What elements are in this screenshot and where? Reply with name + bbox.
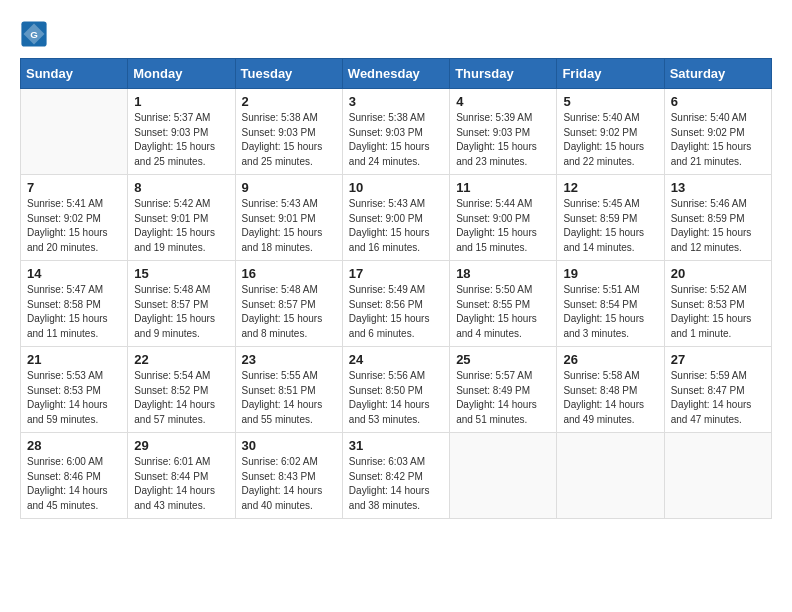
sun-info: Sunrise: 5:50 AMSunset: 8:55 PMDaylight:…	[456, 283, 550, 341]
sun-info: Sunrise: 5:48 AMSunset: 8:57 PMDaylight:…	[134, 283, 228, 341]
logo-icon: G	[20, 20, 48, 48]
sun-info: Sunrise: 5:58 AMSunset: 8:48 PMDaylight:…	[563, 369, 657, 427]
sun-info: Sunrise: 6:03 AMSunset: 8:42 PMDaylight:…	[349, 455, 443, 513]
sun-info: Sunrise: 5:59 AMSunset: 8:47 PMDaylight:…	[671, 369, 765, 427]
calendar-cell: 30Sunrise: 6:02 AMSunset: 8:43 PMDayligh…	[235, 433, 342, 519]
sun-info: Sunrise: 5:48 AMSunset: 8:57 PMDaylight:…	[242, 283, 336, 341]
day-number: 15	[134, 266, 228, 281]
day-number: 25	[456, 352, 550, 367]
weekday-header-friday: Friday	[557, 59, 664, 89]
day-number: 30	[242, 438, 336, 453]
day-number: 26	[563, 352, 657, 367]
day-number: 20	[671, 266, 765, 281]
sun-info: Sunrise: 5:47 AMSunset: 8:58 PMDaylight:…	[27, 283, 121, 341]
calendar-cell: 26Sunrise: 5:58 AMSunset: 8:48 PMDayligh…	[557, 347, 664, 433]
calendar-cell	[450, 433, 557, 519]
sun-info: Sunrise: 5:55 AMSunset: 8:51 PMDaylight:…	[242, 369, 336, 427]
sun-info: Sunrise: 5:51 AMSunset: 8:54 PMDaylight:…	[563, 283, 657, 341]
day-number: 18	[456, 266, 550, 281]
calendar-cell: 27Sunrise: 5:59 AMSunset: 8:47 PMDayligh…	[664, 347, 771, 433]
day-number: 13	[671, 180, 765, 195]
weekday-header-monday: Monday	[128, 59, 235, 89]
day-number: 6	[671, 94, 765, 109]
sun-info: Sunrise: 5:41 AMSunset: 9:02 PMDaylight:…	[27, 197, 121, 255]
svg-text:G: G	[30, 29, 38, 40]
day-number: 8	[134, 180, 228, 195]
sun-info: Sunrise: 5:56 AMSunset: 8:50 PMDaylight:…	[349, 369, 443, 427]
sun-info: Sunrise: 5:38 AMSunset: 9:03 PMDaylight:…	[349, 111, 443, 169]
sun-info: Sunrise: 6:01 AMSunset: 8:44 PMDaylight:…	[134, 455, 228, 513]
sun-info: Sunrise: 5:39 AMSunset: 9:03 PMDaylight:…	[456, 111, 550, 169]
calendar-cell: 31Sunrise: 6:03 AMSunset: 8:42 PMDayligh…	[342, 433, 449, 519]
calendar-cell: 11Sunrise: 5:44 AMSunset: 9:00 PMDayligh…	[450, 175, 557, 261]
sun-info: Sunrise: 5:40 AMSunset: 9:02 PMDaylight:…	[563, 111, 657, 169]
sun-info: Sunrise: 5:52 AMSunset: 8:53 PMDaylight:…	[671, 283, 765, 341]
day-number: 1	[134, 94, 228, 109]
calendar-cell: 25Sunrise: 5:57 AMSunset: 8:49 PMDayligh…	[450, 347, 557, 433]
calendar-table: SundayMondayTuesdayWednesdayThursdayFrid…	[20, 58, 772, 519]
weekday-header-sunday: Sunday	[21, 59, 128, 89]
page-header: G	[20, 20, 772, 48]
sun-info: Sunrise: 5:42 AMSunset: 9:01 PMDaylight:…	[134, 197, 228, 255]
day-number: 3	[349, 94, 443, 109]
calendar-cell: 6Sunrise: 5:40 AMSunset: 9:02 PMDaylight…	[664, 89, 771, 175]
sun-info: Sunrise: 5:43 AMSunset: 9:01 PMDaylight:…	[242, 197, 336, 255]
day-number: 12	[563, 180, 657, 195]
sun-info: Sunrise: 5:45 AMSunset: 8:59 PMDaylight:…	[563, 197, 657, 255]
day-number: 14	[27, 266, 121, 281]
calendar-cell: 13Sunrise: 5:46 AMSunset: 8:59 PMDayligh…	[664, 175, 771, 261]
day-number: 31	[349, 438, 443, 453]
calendar-cell: 4Sunrise: 5:39 AMSunset: 9:03 PMDaylight…	[450, 89, 557, 175]
calendar-cell: 28Sunrise: 6:00 AMSunset: 8:46 PMDayligh…	[21, 433, 128, 519]
day-number: 2	[242, 94, 336, 109]
calendar-cell: 3Sunrise: 5:38 AMSunset: 9:03 PMDaylight…	[342, 89, 449, 175]
day-number: 21	[27, 352, 121, 367]
sun-info: Sunrise: 5:46 AMSunset: 8:59 PMDaylight:…	[671, 197, 765, 255]
day-number: 22	[134, 352, 228, 367]
sun-info: Sunrise: 5:38 AMSunset: 9:03 PMDaylight:…	[242, 111, 336, 169]
calendar-cell: 15Sunrise: 5:48 AMSunset: 8:57 PMDayligh…	[128, 261, 235, 347]
calendar-cell: 9Sunrise: 5:43 AMSunset: 9:01 PMDaylight…	[235, 175, 342, 261]
calendar-cell: 1Sunrise: 5:37 AMSunset: 9:03 PMDaylight…	[128, 89, 235, 175]
weekday-header-saturday: Saturday	[664, 59, 771, 89]
weekday-header-thursday: Thursday	[450, 59, 557, 89]
day-number: 24	[349, 352, 443, 367]
calendar-cell: 19Sunrise: 5:51 AMSunset: 8:54 PMDayligh…	[557, 261, 664, 347]
sun-info: Sunrise: 5:54 AMSunset: 8:52 PMDaylight:…	[134, 369, 228, 427]
day-number: 4	[456, 94, 550, 109]
calendar-cell: 16Sunrise: 5:48 AMSunset: 8:57 PMDayligh…	[235, 261, 342, 347]
calendar-cell: 18Sunrise: 5:50 AMSunset: 8:55 PMDayligh…	[450, 261, 557, 347]
day-number: 23	[242, 352, 336, 367]
day-number: 16	[242, 266, 336, 281]
calendar-cell: 8Sunrise: 5:42 AMSunset: 9:01 PMDaylight…	[128, 175, 235, 261]
calendar-cell: 7Sunrise: 5:41 AMSunset: 9:02 PMDaylight…	[21, 175, 128, 261]
calendar-cell	[557, 433, 664, 519]
calendar-cell	[664, 433, 771, 519]
calendar-cell: 21Sunrise: 5:53 AMSunset: 8:53 PMDayligh…	[21, 347, 128, 433]
day-number: 19	[563, 266, 657, 281]
calendar-cell: 5Sunrise: 5:40 AMSunset: 9:02 PMDaylight…	[557, 89, 664, 175]
calendar-cell: 12Sunrise: 5:45 AMSunset: 8:59 PMDayligh…	[557, 175, 664, 261]
day-number: 29	[134, 438, 228, 453]
day-number: 17	[349, 266, 443, 281]
calendar-cell	[21, 89, 128, 175]
weekday-header-wednesday: Wednesday	[342, 59, 449, 89]
sun-info: Sunrise: 5:44 AMSunset: 9:00 PMDaylight:…	[456, 197, 550, 255]
calendar-cell: 10Sunrise: 5:43 AMSunset: 9:00 PMDayligh…	[342, 175, 449, 261]
calendar-cell: 17Sunrise: 5:49 AMSunset: 8:56 PMDayligh…	[342, 261, 449, 347]
calendar-cell: 24Sunrise: 5:56 AMSunset: 8:50 PMDayligh…	[342, 347, 449, 433]
sun-info: Sunrise: 5:53 AMSunset: 8:53 PMDaylight:…	[27, 369, 121, 427]
calendar-cell: 22Sunrise: 5:54 AMSunset: 8:52 PMDayligh…	[128, 347, 235, 433]
sun-info: Sunrise: 5:43 AMSunset: 9:00 PMDaylight:…	[349, 197, 443, 255]
day-number: 11	[456, 180, 550, 195]
sun-info: Sunrise: 5:37 AMSunset: 9:03 PMDaylight:…	[134, 111, 228, 169]
calendar-cell: 23Sunrise: 5:55 AMSunset: 8:51 PMDayligh…	[235, 347, 342, 433]
sun-info: Sunrise: 6:00 AMSunset: 8:46 PMDaylight:…	[27, 455, 121, 513]
calendar-cell: 20Sunrise: 5:52 AMSunset: 8:53 PMDayligh…	[664, 261, 771, 347]
weekday-header-tuesday: Tuesday	[235, 59, 342, 89]
calendar-cell: 2Sunrise: 5:38 AMSunset: 9:03 PMDaylight…	[235, 89, 342, 175]
day-number: 28	[27, 438, 121, 453]
logo: G	[20, 20, 51, 48]
day-number: 9	[242, 180, 336, 195]
day-number: 7	[27, 180, 121, 195]
